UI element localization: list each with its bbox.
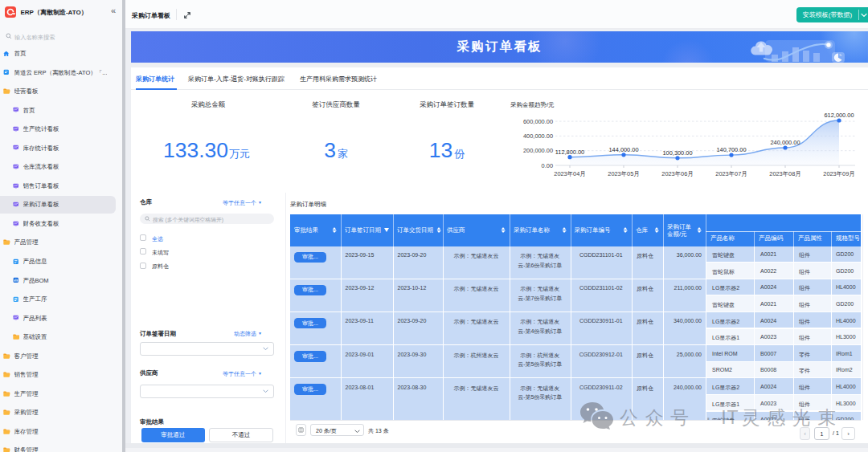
svg-text:2023年09月: 2023年09月 [823,170,854,177]
svg-text:240,000.00: 240,000.00 [771,139,800,146]
svg-text:400,000.00: 400,000.00 [523,132,553,140]
svg-text:0.00: 0.00 [542,162,553,169]
svg-text:144,000.00: 144,000.00 [609,146,639,153]
svg-text:600,000.00: 600,000.00 [523,118,553,125]
svg-text:2023年07月: 2023年07月 [715,170,747,177]
svg-text:112,800.00: 112,800.00 [555,149,584,156]
svg-text:采购金额趋势/元: 采购金额趋势/元 [510,101,555,108]
svg-text:2023年08月: 2023年08月 [769,170,800,177]
svg-text:612,000.00: 612,000.00 [825,112,854,119]
svg-text:2023年04月: 2023年04月 [554,170,585,177]
svg-text:2023年06月: 2023年06月 [661,170,693,177]
svg-text:100,300.00: 100,300.00 [663,149,693,157]
svg-text:200,000.00: 200,000.00 [523,147,553,154]
svg-text:140,700.00: 140,700.00 [717,146,747,153]
svg-text:2023年05月: 2023年05月 [608,170,639,177]
